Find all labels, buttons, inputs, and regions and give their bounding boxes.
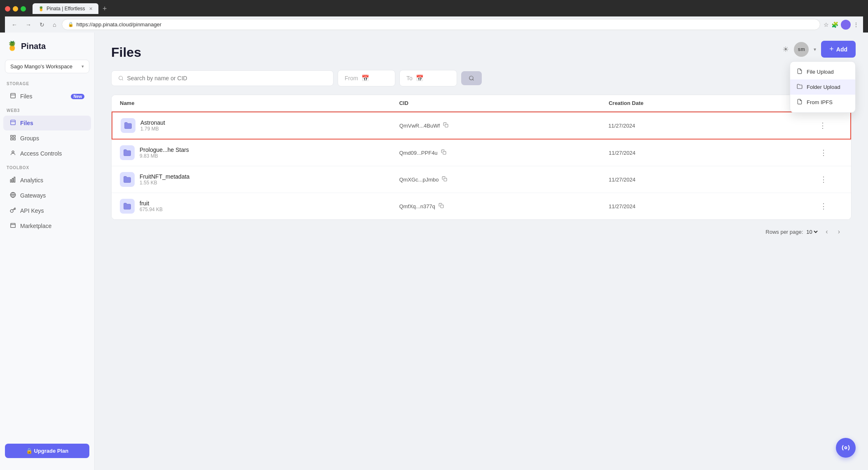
marketplace-icon — [10, 222, 16, 230]
search-input[interactable] — [127, 75, 327, 81]
row-menu-button[interactable]: ⋮ — [818, 173, 829, 186]
lock-icon: 🔒 — [68, 22, 74, 27]
search-input-wrap[interactable] — [111, 70, 334, 86]
table-header: Name CID Creation Date — [112, 95, 851, 112]
table-row[interactable]: FruitNFT_metadata 1.55 KB QmXGc...pJmbo … — [112, 166, 851, 193]
forward-button[interactable]: → — [23, 21, 34, 29]
files-web3-label: Files — [20, 120, 33, 126]
header-cid: CID — [399, 100, 609, 106]
add-icon: + — [829, 45, 834, 54]
table-row[interactable]: Astronaut 1.79 MB QmVwR...4BuWf 11/27/20… — [112, 112, 851, 140]
file-size: 675.94 KB — [140, 207, 163, 212]
file-upload-label: File Upload — [807, 69, 834, 75]
fab-button[interactable] — [836, 438, 856, 458]
table-row[interactable]: fruit 675.94 KB QmfXq...n377q 11/27/2024… — [112, 193, 851, 219]
svg-rect-15 — [443, 151, 446, 154]
back-button[interactable]: ← — [9, 21, 20, 29]
home-button[interactable]: ⌂ — [50, 21, 58, 29]
marketplace-label: Marketplace — [20, 223, 51, 229]
traffic-light-yellow[interactable] — [13, 6, 18, 12]
svg-rect-9 — [14, 177, 15, 182]
extensions-icon[interactable]: 🧩 — [831, 21, 838, 28]
row-menu-button[interactable]: ⋮ — [817, 119, 828, 132]
sidebar-item-analytics[interactable]: Analytics — [3, 173, 91, 188]
web3-section-label: WEB3 — [0, 108, 94, 115]
add-button[interactable]: + Add — [821, 41, 856, 58]
file-cell: FruitNFT_metadata 1.55 KB — [120, 172, 399, 187]
sidebar-item-groups[interactable]: Groups — [3, 131, 91, 146]
traffic-light-red[interactable] — [5, 6, 10, 12]
upgrade-button[interactable]: 🔒 Upgrade Plan — [5, 444, 89, 458]
copy-icon[interactable] — [439, 203, 444, 209]
cid-cell: QmVwR...4BuWf — [399, 122, 609, 129]
cid-cell: Qmd09...PPF4u — [399, 149, 609, 156]
folder-icon — [120, 172, 135, 187]
user-avatar[interactable]: sm — [794, 42, 809, 57]
url-bar[interactable]: 🔒 https://app.pinata.cloud/pinmanager — [62, 19, 820, 30]
pagination-bar: Rows per page: 10 25 50 ‹ › — [111, 220, 852, 239]
next-page-button[interactable]: › — [835, 226, 843, 237]
sidebar-item-marketplace[interactable]: Marketplace — [3, 219, 91, 233]
menu-icon[interactable]: ⋮ — [853, 21, 859, 28]
sidebar-item-api-keys[interactable]: API Keys — [3, 203, 91, 218]
web3-section: WEB3 Files Groups Access Controls — [0, 108, 94, 161]
bookmark-icon[interactable]: ☆ — [824, 21, 829, 28]
sidebar-bottom: 🔒 Upgrade Plan — [0, 437, 94, 465]
svg-rect-3 — [14, 135, 15, 137]
file-info: FruitNFT_metadata 1.55 KB — [140, 173, 189, 186]
to-date-input[interactable]: To 📅 — [399, 70, 457, 86]
file-name: Astronaut — [140, 119, 165, 126]
sidebar: 🍍 Pinata Sago Mango's Workspace ▾ STORAG… — [0, 33, 95, 470]
sidebar-item-files-storage[interactable]: Files New — [3, 89, 91, 104]
api-keys-icon — [10, 207, 16, 214]
logo-icon: 🍍 — [7, 41, 18, 51]
file-cell: Astronaut 1.79 MB — [121, 118, 399, 133]
add-dropdown-menu: File Upload Folder Upload From IPFS — [790, 61, 856, 113]
svg-point-13 — [469, 76, 473, 80]
logo-text: Pinata — [21, 42, 46, 51]
files-table: Name CID Creation Date Astronaut 1.79 MB — [111, 95, 852, 220]
copy-icon[interactable] — [442, 176, 447, 183]
dropdown-item-from-ipfs[interactable]: From IPFS — [790, 95, 855, 110]
row-menu-button[interactable]: ⋮ — [818, 200, 829, 212]
rows-per-page-select[interactable]: 10 25 50 — [805, 228, 819, 235]
browser-profile-icon[interactable] — [841, 20, 851, 30]
dropdown-item-folder-upload[interactable]: Folder Upload — [790, 79, 855, 95]
add-button-label: Add — [836, 46, 847, 53]
cid-text: QmfXq...n377q — [399, 203, 435, 209]
action-cell: ⋮ — [817, 119, 842, 132]
rows-per-page: Rows per page: 10 25 50 — [765, 228, 819, 235]
date-cell: 11/27/2024 — [609, 203, 818, 209]
search-btn-icon — [469, 75, 474, 81]
search-button[interactable] — [461, 71, 482, 85]
reload-button[interactable]: ↻ — [37, 21, 47, 29]
new-tab-button[interactable]: + — [100, 5, 110, 13]
toolbox-section-label: TOOLBOX — [0, 165, 94, 172]
action-cell: ⋮ — [818, 173, 843, 186]
action-cell: ⋮ — [818, 200, 843, 212]
file-size: 1.55 KB — [140, 180, 189, 186]
storage-section-label: STORAGE — [0, 81, 94, 88]
traffic-light-green[interactable] — [21, 6, 26, 12]
workspace-selector[interactable]: Sago Mango's Workspace ▾ — [5, 60, 89, 73]
copy-icon[interactable] — [441, 149, 446, 156]
avatar-chevron-icon[interactable]: ▾ — [814, 47, 816, 52]
tab-close-button[interactable]: ✕ — [89, 6, 93, 12]
active-tab[interactable]: 🍍 Pinata | Effortless ✕ — [33, 3, 98, 14]
sidebar-item-files-web3[interactable]: Files — [3, 116, 91, 130]
prev-page-button[interactable]: ‹ — [822, 226, 831, 237]
from-date-input[interactable]: From 📅 — [338, 70, 395, 86]
table-row[interactable]: Prologue...he Stars 9.83 MB Qmd09...PPF4… — [112, 140, 851, 166]
copy-icon[interactable] — [443, 122, 448, 129]
tab-title: Pinata | Effortless — [47, 6, 85, 12]
svg-rect-7 — [10, 180, 12, 182]
rows-per-page-label: Rows per page: — [765, 229, 803, 235]
svg-rect-5 — [14, 138, 15, 140]
svg-rect-0 — [11, 93, 15, 98]
theme-toggle-icon[interactable]: ☀ — [782, 45, 789, 54]
from-label: From — [345, 75, 358, 81]
row-menu-button[interactable]: ⋮ — [818, 147, 829, 159]
sidebar-item-gateways[interactable]: Gateways — [3, 188, 91, 203]
sidebar-item-access-controls[interactable]: Access Controls — [3, 146, 91, 161]
dropdown-item-file-upload[interactable]: File Upload — [790, 64, 855, 79]
